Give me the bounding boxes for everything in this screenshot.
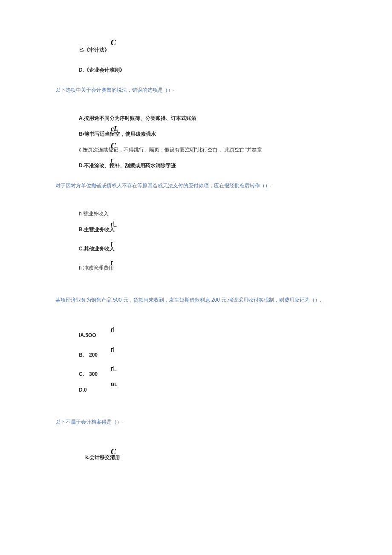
- option-a-text: A.按用途不同分为序时账簿、分类账得、订本式账酒: [79, 114, 337, 122]
- option-row: rL B.主营业务收入: [55, 222, 337, 234]
- superscript-marker: 1: [112, 456, 114, 460]
- question-text: 对于因对方单位撤铺或债权人不存在等原因造成无法支付的应付款项，应在报经批准后转作…: [55, 182, 337, 190]
- option-row: r C.其他业务收入: [55, 241, 337, 253]
- option-d-text: D.《企业会计准则》: [79, 66, 337, 74]
- option-row: r h 冲减管理费用: [55, 261, 337, 272]
- option-row: A.按用途不同分为序时账簿、分类账得、订本式账酒: [55, 114, 337, 122]
- option-row: r D.不准涂改、挖补、刮擦或用药水消除字迹: [55, 158, 337, 170]
- option-a-text: IA.5OO: [79, 331, 337, 340]
- radio-marker: C: [111, 142, 116, 151]
- option-row: C 1 k.会计移交清册: [55, 450, 337, 462]
- radio-marker: r: [111, 157, 113, 164]
- option-a-text: h 营业外收入: [79, 210, 337, 218]
- option-d-text: h 冲减管理费用: [79, 264, 337, 272]
- option-row: rL C. 300: [55, 367, 337, 378]
- option-row: C 匕《审计法》: [55, 38, 337, 54]
- option-a-text: k.会计移交清册: [85, 453, 337, 462]
- document-page: C 匕《审计法》 D.《企业会计准则》 以下选项中关于会计赛警的说法，错误的选项…: [0, 0, 392, 483]
- option-c-text: 匕《审计法》: [79, 46, 337, 54]
- radio-marker: rl: [111, 346, 115, 354]
- option-row: D.《企业会计准则》: [55, 66, 337, 74]
- radio-marker: r: [111, 240, 113, 247]
- question-text: 某项经济业务为铜售产品 500 元，货款尚未收到，发生短期借款利息 200 元.…: [55, 296, 337, 304]
- option-row: h 营业外收入: [55, 210, 337, 218]
- radio-marker: rL: [111, 221, 117, 228]
- option-row: GL D.0: [55, 383, 337, 394]
- option-d-text: D.不准涂改、挖补、刮擦或用药水消除字迹: [79, 162, 337, 170]
- option-row: cL B•簿书写适当留空，使用碳素强水: [55, 127, 337, 138]
- option-b-text: B.主营业务收入: [79, 226, 337, 234]
- radio-marker: C: [111, 447, 116, 456]
- radio-marker: C: [111, 38, 116, 47]
- option-b-text: B. 200: [79, 351, 337, 359]
- radio-marker: r: [111, 259, 113, 267]
- radio-marker: rl: [111, 326, 115, 334]
- option-d-text: D.0: [79, 386, 337, 394]
- option-row: rl IA.5OO: [55, 328, 337, 340]
- option-row: C c.按页次连续登记，不得跳行、隔页：假设有要注明"此行空白．"此页空白"并签…: [55, 142, 337, 154]
- option-c-text: C.其他业务收入: [79, 245, 337, 253]
- option-c-text: c.按页次连续登记，不得跳行、隔页：假设有要注明"此行空白．"此页空白"并签章: [79, 146, 337, 154]
- radio-marker: rL: [111, 365, 117, 373]
- option-row: rl B. 200: [55, 348, 337, 359]
- question-text: 以下选项中关于会计赛警的说法，错误的选项是（）·: [55, 86, 337, 94]
- radio-marker: GL: [111, 382, 117, 387]
- question-text: 以下不属于会计档案得是（）·: [55, 418, 337, 426]
- radio-marker: cL: [111, 125, 118, 133]
- option-c-text: C. 300: [79, 370, 337, 378]
